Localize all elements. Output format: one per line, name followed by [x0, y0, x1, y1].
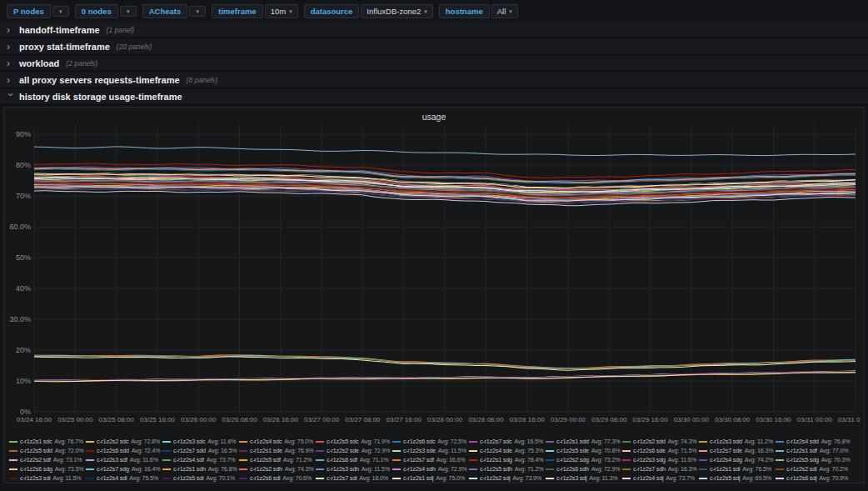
legend-item[interactable]: c-r1z2s2 sdgAvg: 73.2% [546, 455, 622, 464]
legend-item[interactable]: c-r1z2s4 sdeAvg: 75.3% [469, 446, 546, 455]
legend-item[interactable]: c-r1z2s5 sdeAvg: 70.8% [546, 446, 622, 455]
series-color-swatch [162, 441, 171, 443]
series-avg-value: Avg: 11.5% [52, 474, 81, 482]
legend-item[interactable]: c-r1z2s4 sdgAvg: 74.2% [699, 455, 776, 464]
row-handoff-timeframe[interactable]: › handoff-timeframe (1 panel) [0, 22, 868, 38]
row-proxy-stat-timeframe[interactable]: › proxy stat-timeframe (20 panels) [0, 38, 868, 55]
legend-item[interactable]: c-r1z2s6 sdeAvg: 71.5% [622, 446, 699, 455]
legend-item[interactable]: c-r1z2s2 sdcAvg: 72.8% [86, 437, 162, 446]
legend-item[interactable]: c-r1z2s4 sdhAvg: 72.9% [392, 464, 469, 473]
series-color-swatch [9, 459, 17, 461]
legend-item[interactable]: c-r1z2s7 sdfAvg: 16.6% [392, 455, 469, 464]
series-avg-value: Avg: 73.7% [207, 456, 236, 463]
legend-item[interactable]: c-r1z2s4 sdjAvg: 73.7% [622, 473, 699, 483]
panel-title[interactable]: usage [6, 109, 862, 122]
variable-value-datasource[interactable]: InfluxDB-zone2▾ [361, 4, 432, 18]
row-history-disk-storage-usage-timeframe[interactable]: › history disk storage usage-timeframe [0, 88, 868, 105]
series-avg-value: Avg: 16.0% [359, 474, 388, 482]
legend-item[interactable]: c-r1z2s5 sdiAvg: 70.1% [162, 473, 239, 483]
legend-item[interactable]: c-r1z2s6 sddAvg: 72.4% [86, 446, 162, 455]
legend-item[interactable]: c-r1z2s1 sddAvg: 77.3% [546, 437, 622, 446]
legend-item[interactable]: c-r1z2s5 sdcAvg: 71.9% [316, 437, 392, 446]
legend-item[interactable]: c-r1z2s6 sdhAvg: 72.9% [546, 464, 622, 473]
legend-item[interactable]: c-r1z2s3 sdeAvg: 11.5% [392, 446, 469, 455]
row-all-proxy-servers-requests-timeframe[interactable]: › all proxy servers requests-timeframe (… [0, 72, 868, 88]
legend-item[interactable]: c-r1z2s7 sddAvg: 16.5% [162, 446, 239, 455]
series-name: c-r1z2s1 sdg [480, 456, 512, 463]
series-color-swatch [239, 478, 247, 479]
legend-item[interactable]: c-r1z2s2 sdhAvg: 74.3% [239, 464, 316, 473]
legend-item[interactable]: c-r1z2s4 sdcAvg: 75.0% [239, 437, 316, 446]
legend-item[interactable]: c-r1z2s7 sdgAvg: 16.4% [86, 464, 162, 473]
legend-item[interactable]: c-r1z2s3 sdhAvg: 11.5% [316, 464, 392, 473]
variable-value-p-nodes[interactable]: ▾ [52, 6, 69, 17]
legend-item[interactable]: c-r1z2s4 sdiAvg: 75.5% [86, 473, 162, 483]
series-avg-value: Avg: 72.9% [591, 465, 621, 473]
series-color-swatch [622, 450, 631, 452]
legend-item[interactable]: c-r1z2s3 sdjAvg: 11.3% [546, 473, 622, 483]
legend-item[interactable]: c-r1z2s6 sdiAvg: 70.6% [239, 473, 316, 483]
svg-text:10%: 10% [16, 377, 31, 385]
row-workload[interactable]: › workload (2 panels) [0, 55, 868, 72]
series-color-swatch [699, 450, 707, 452]
variable-value-hostname[interactable]: All▾ [491, 4, 518, 18]
usage-chart[interactable]: 03/24 16:0003/25 00:0003/25 08:0003/25 1… [6, 122, 861, 432]
legend-item[interactable]: c-r1z2s3 sddAvg: 11.2% [699, 437, 776, 446]
legend-item[interactable]: c-r1z2s3 sdcAvg: 11.6% [162, 437, 239, 446]
legend-item[interactable]: c-r1z2s5 sdjAvg: 69.5% [699, 473, 776, 483]
legend-item[interactable]: c-r1z2s5 sdhAvg: 71.2% [469, 464, 546, 473]
legend-item[interactable]: c-r1z2s7 sdhAvg: 16.3% [622, 464, 699, 473]
chevron-right-icon: › [7, 25, 14, 35]
legend-item[interactable]: c-r1z2s6 sdgAvg: 73.5% [9, 464, 86, 473]
legend-item[interactable]: c-r1z2s1 sdjAvg: 75.0% [392, 473, 469, 483]
legend-item[interactable]: c-r1z2s7 sdeAvg: 16.3% [699, 446, 776, 455]
legend-item[interactable]: c-r1z2s4 sddAvg: 76.8% [776, 437, 852, 446]
series-name: c-r1z2s3 sdi [20, 474, 50, 482]
series-name: c-r1z2s3 sdd [710, 438, 742, 445]
chevron-down-icon: ▾ [424, 8, 427, 14]
svg-text:03/28 16:00: 03/28 16:00 [509, 416, 545, 423]
legend-item[interactable]: c-r1z2s1 sdcAvg: 76.7% [9, 437, 86, 446]
series-name: c-r1z2s5 sdf [250, 456, 281, 463]
variable-timeframe: timeframe10m▾ [212, 4, 297, 18]
variable-value-timeframe[interactable]: 10m▾ [265, 4, 298, 18]
legend-item[interactable]: c-r1z2s6 sdjAvg: 70.9% [776, 473, 852, 483]
legend-item[interactable]: c-r1z2s2 sdjAvg: 73.9% [469, 473, 546, 483]
legend-item[interactable]: c-r1z2s1 sdhAvg: 76.8% [162, 464, 239, 473]
legend-item[interactable]: c-r1z2s2 sdeAvg: 72.9% [316, 446, 392, 455]
legend-item[interactable]: c-r1z2s7 sdiAvg: 16.0% [316, 473, 392, 483]
legend-item[interactable]: c-r1z2s1 sdgAvg: 78.4% [469, 455, 546, 464]
series-avg-value: Avg: 75.5% [129, 474, 158, 482]
legend-item[interactable]: c-r1z2s5 sddAvg: 72.0% [9, 446, 86, 455]
chevron-down-icon: › [6, 93, 16, 100]
series-color-swatch [86, 459, 94, 461]
series-name: c-r1z2s1 sdd [556, 438, 589, 445]
series-name: c-r1z2s4 sde [480, 447, 512, 454]
legend-item[interactable]: c-r1z2s6 sdfAvg: 71.1% [316, 455, 392, 464]
legend-item[interactable]: c-r1z2s2 sddAvg: 74.3% [622, 437, 699, 446]
series-avg-value: Avg: 72.5% [437, 438, 466, 445]
series-avg-value: Avg: 76.7% [54, 438, 83, 445]
series-name: c-r1z2s5 sdh [480, 465, 512, 473]
variable-value-0-nodes[interactable]: ▾ [120, 6, 137, 17]
series-color-swatch [9, 450, 17, 452]
legend-item[interactable]: c-r1z2s3 sdgAvg: 11.6% [622, 455, 699, 464]
legend-item[interactable]: c-r1z2s5 sdfAvg: 71.2% [239, 455, 316, 464]
series-color-swatch [699, 468, 707, 470]
legend-item[interactable]: c-r1z2s6 sdcAvg: 72.5% [392, 437, 469, 446]
legend-item[interactable]: c-r1z2s3 sdfAvg: 11.6% [86, 455, 162, 464]
series-color-swatch [776, 459, 784, 461]
legend-item[interactable]: c-r1z2s3 sdiAvg: 11.5% [9, 473, 86, 483]
svg-text:03/27 08:00: 03/27 08:00 [345, 416, 381, 423]
legend-item[interactable]: c-r1z2s4 sdfAvg: 73.7% [162, 455, 239, 464]
variable-value-acheats[interactable]: ▾ [189, 6, 206, 17]
legend-item[interactable]: c-r1z2s1 sdiAvg: 76.5% [699, 464, 776, 473]
legend-item[interactable]: c-r1z2s2 sdiAvg: 70.2% [776, 464, 852, 473]
legend-item[interactable]: c-r1z2s2 sdfAvg: 73.1% [9, 455, 86, 464]
legend-item[interactable]: c-r1z2s1 sdeAvg: 76.9% [239, 446, 316, 455]
legend-item[interactable]: c-r1z2s5 sdgAvg: 70.3% [776, 455, 852, 464]
legend-item[interactable]: c-r1z2s7 sdcAvg: 16.5% [469, 437, 546, 446]
series-name: c-r1z2s6 sdi [250, 474, 280, 482]
legend-item[interactable]: c-r1z2s1 sdfAvg: 77.0% [776, 446, 852, 455]
series-avg-value: Avg: 70.8% [591, 447, 621, 454]
